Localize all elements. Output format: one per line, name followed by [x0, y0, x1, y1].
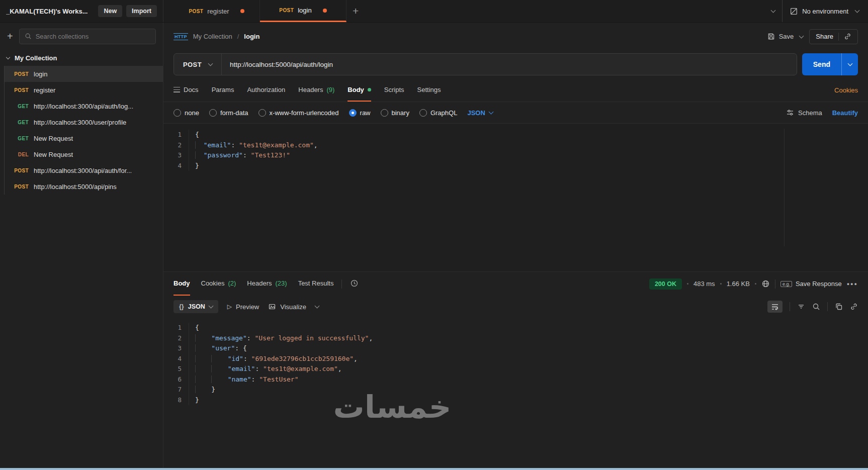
body-type-label: binary	[392, 109, 409, 117]
schema-button[interactable]: Schema	[786, 109, 822, 117]
new-button[interactable]: New	[98, 5, 122, 17]
response-format-label: JSON	[188, 303, 205, 310]
code-text: }	[189, 385, 215, 395]
code-text: }	[189, 161, 199, 171]
visualize-button[interactable]: Visualize	[268, 303, 306, 311]
request-body-editor[interactable]: 1{2 "email": "tes1t@example.com",3 "pass…	[163, 123, 868, 271]
network-info-icon[interactable]	[761, 279, 770, 288]
copy-link-icon[interactable]	[844, 33, 851, 40]
send-button[interactable]: Send	[802, 53, 858, 75]
method-selector[interactable]: POST	[174, 54, 221, 75]
tab-body[interactable]: Body	[173, 272, 190, 296]
environment-selector[interactable]: No environment	[790, 7, 848, 16]
sidebar-request-http-localhost-3000-api-auth[interactable]: GEThttp://localhost:3000/api/auth/log...	[5, 98, 163, 114]
body-type-label: x-www-form-urlencoded	[270, 109, 339, 117]
new-tab-button[interactable]: +	[346, 0, 365, 22]
body-type-none[interactable]: none	[173, 109, 199, 117]
tab-headers[interactable]: Headers(23)	[247, 272, 287, 296]
request-method-label: POST	[5, 71, 29, 77]
body-type-form-data[interactable]: form-data	[209, 109, 248, 117]
request-tab-login[interactable]: POSTlogin	[260, 0, 346, 22]
beautify-link[interactable]: Beautify	[832, 109, 858, 117]
request-tabs-bar: DocsParamsAuthorizationHeaders(9)BodyScr…	[163, 78, 868, 102]
tab-scripts[interactable]: Scripts	[384, 78, 404, 102]
sidebar-header: +	[0, 23, 163, 50]
sidebar-request-http-localhost-3000-api-auth[interactable]: POSThttp://localhost:3000/api/auth/for..…	[5, 162, 163, 178]
code-text: "password": "Test123!"	[189, 150, 290, 161]
postman-app: _KAMAL(TECH)'s Works... New Import POSTr…	[0, 0, 868, 470]
save-button[interactable]: Save	[767, 33, 794, 40]
request-method-label: GET	[5, 120, 29, 125]
braces-icon: {}	[179, 303, 184, 310]
body-type-raw[interactable]: raw	[349, 109, 371, 117]
http-request-icon: HTTP	[173, 33, 188, 40]
tab-authorization[interactable]: Authorization	[247, 78, 285, 102]
response-body-editor[interactable]: 1{2 "message": "User logged in successfu…	[163, 318, 868, 468]
save-options-chevron-icon[interactable]	[799, 33, 804, 38]
history-icon[interactable]	[350, 279, 359, 289]
response-meta: 200 OK 483 ms 1.66 KB e.g. Save Response…	[649, 272, 858, 296]
response-tabs: BodyCookies(2)Headers(23)Test Results	[173, 272, 333, 296]
link-icon[interactable]	[850, 303, 858, 311]
share-button[interactable]: Share	[816, 33, 833, 40]
tab-label: Cookies	[201, 279, 225, 287]
view-options-chevron-icon[interactable]	[315, 304, 320, 309]
radio-icon	[381, 109, 388, 117]
sidebar-add-button[interactable]: +	[7, 31, 13, 42]
body-type-binary[interactable]: binary	[381, 109, 409, 117]
visualize-label: Visualize	[280, 303, 306, 311]
environment-chevron-icon[interactable]	[855, 8, 860, 13]
cookies-link[interactable]: Cookies	[834, 86, 858, 94]
sidebar-request-register[interactable]: POSTregister	[5, 82, 163, 98]
tab-test-results[interactable]: Test Results	[298, 272, 334, 296]
tab-label: Body	[348, 86, 364, 93]
tab-count: (2)	[228, 279, 236, 287]
sidebar-request-http-localhost-3000-user-pro[interactable]: GEThttp://localhost:3000/user/profile	[5, 114, 163, 130]
tab-count: (9)	[326, 86, 334, 93]
tab-headers[interactable]: Headers(9)	[298, 78, 334, 102]
no-environment-icon	[790, 7, 798, 16]
sidebar-request-login[interactable]: POSTlogin	[5, 66, 163, 82]
sidebar-request-new-request[interactable]: GETNew Request	[5, 130, 163, 146]
word-wrap-button[interactable]	[767, 301, 783, 313]
code-line: 2 "email": "tes1t@example.com",	[163, 140, 868, 151]
response-format-selector[interactable]: {} JSON	[173, 300, 218, 313]
save-response-label: Save Response	[796, 280, 842, 288]
body-type-graphql[interactable]: GraphQL	[419, 109, 457, 117]
collection-expand-icon[interactable]	[6, 55, 10, 59]
sidebar-request-new-request[interactable]: DELNew Request	[5, 146, 163, 162]
breadcrumb-separator: /	[237, 33, 239, 40]
search-box[interactable]	[19, 29, 156, 44]
tab-label: Headers	[247, 279, 272, 287]
body-type-label: raw	[360, 109, 371, 117]
body-type-x-www-form-urlencoded[interactable]: x-www-form-urlencoded	[258, 109, 339, 117]
preview-button[interactable]: ▷ Preview	[227, 303, 259, 311]
line-number: 8	[163, 395, 189, 406]
more-actions-button[interactable]: ●●●	[847, 281, 858, 287]
request-tab-register[interactable]: POSTregister	[173, 0, 260, 22]
tab-cookies[interactable]: Cookies(2)	[201, 272, 236, 296]
code-line: 4 "id": "691ede32796cb1ccb259160e",	[163, 354, 868, 364]
request-name: http://localhost:3000/api/auth/for...	[34, 167, 136, 174]
tab-body[interactable]: Body	[348, 78, 371, 102]
import-button[interactable]: Import	[126, 5, 157, 17]
copy-icon[interactable]	[835, 303, 843, 311]
tab-docs[interactable]: Docs	[173, 78, 199, 102]
tab-settings[interactable]: Settings	[417, 78, 441, 102]
request-name: login	[34, 70, 51, 78]
sidebar-request-http-localhost-5000-api-pins[interactable]: POSThttp://localhost:5000/api/pins	[5, 178, 163, 195]
collection-header[interactable]: My Collection	[0, 50, 163, 66]
send-options-chevron-icon[interactable]	[841, 53, 858, 75]
language-selector[interactable]: JSON	[467, 109, 492, 117]
divider	[790, 302, 790, 311]
search-response-icon[interactable]	[812, 303, 820, 311]
breadcrumb-collection[interactable]: My Collection	[193, 33, 232, 40]
language-label: JSON	[467, 109, 485, 117]
search-input[interactable]	[36, 33, 150, 40]
tab-params[interactable]: Params	[212, 78, 234, 102]
filter-icon[interactable]	[797, 303, 805, 311]
url-input[interactable]	[222, 61, 797, 68]
tab-overflow-chevron-icon[interactable]	[771, 8, 776, 13]
workspace-name[interactable]: _KAMAL(TECH)'s Works...	[6, 8, 94, 15]
save-response-button[interactable]: e.g. Save Response	[780, 280, 842, 288]
